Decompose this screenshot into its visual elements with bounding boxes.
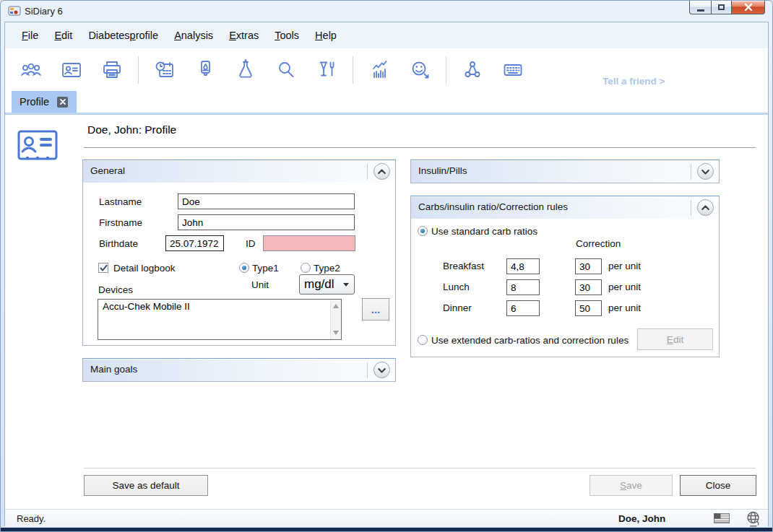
menu-bar: File Edit Diabetesprofile Analysis Extra…	[5, 22, 768, 48]
us-flag-icon[interactable]	[714, 513, 730, 523]
lunch-correction-input[interactable]	[575, 279, 602, 295]
menu-edit[interactable]: Edit	[46, 26, 80, 45]
edit-button[interactable]: Edit	[637, 328, 713, 350]
id-label: ID	[246, 238, 256, 249]
detail-logbook-checkbox[interactable]	[98, 263, 108, 273]
statistics-icon[interactable]	[368, 58, 391, 82]
id-input[interactable]	[263, 235, 355, 251]
lunch-per-unit-label: per unit	[608, 282, 641, 292]
menu-file[interactable]: File	[14, 26, 46, 45]
main-goals-panel-title: Main goals	[90, 364, 137, 375]
devices-more-button[interactable]: ...	[362, 298, 389, 320]
collapse-carbs-button[interactable]	[697, 199, 714, 216]
save-button[interactable]: Save	[590, 475, 673, 496]
devices-listbox[interactable]: Accu-Chek Mobile II	[98, 299, 342, 340]
type2-radio[interactable]	[301, 263, 311, 273]
calendar-clock-icon[interactable]	[153, 58, 176, 82]
device-list-item[interactable]: Accu-Chek Mobile II	[98, 300, 341, 313]
glucose-meter-icon[interactable]	[194, 58, 217, 82]
insulin-pills-panel: Insulin/Pills	[410, 160, 720, 183]
status-bar: Ready. Doe, John	[5, 509, 768, 527]
lastname-label: Lastname	[99, 196, 142, 207]
dinner-per-unit-label: per unit	[608, 302, 641, 313]
check-icon	[100, 264, 108, 272]
tab-profile[interactable]: Profile	[12, 91, 77, 113]
close-window-button[interactable]	[731, 1, 765, 14]
application-window: SiDiary 6 File Edit Diabetesprofile Anal…	[0, 0, 773, 532]
lunch-label: Lunch	[443, 282, 470, 292]
share-icon[interactable]	[461, 58, 484, 82]
breakfast-label: Breakfast	[443, 261, 484, 271]
lunch-ratio-input[interactable]	[506, 279, 540, 295]
globe-icon[interactable]	[745, 510, 761, 528]
tab-close-button[interactable]	[57, 97, 68, 108]
general-panel: General Lastname Firstname Birthdate ID …	[82, 160, 396, 346]
scroll-up-icon[interactable]	[333, 304, 339, 308]
type1-label: Type1	[252, 263, 279, 274]
footer-divider	[84, 468, 756, 468]
app-icon	[8, 5, 21, 17]
status-message: Ready.	[17, 513, 46, 524]
menu-help[interactable]: Help	[307, 26, 345, 45]
minimize-button[interactable]	[689, 1, 712, 14]
chevron-up-icon	[698, 200, 713, 216]
search-icon[interactable]	[275, 58, 298, 82]
carbs-ratio-panel: Carbs/insulin ratio/Correction rules Use…	[410, 196, 720, 357]
food-icon[interactable]	[315, 58, 338, 82]
dinner-ratio-input[interactable]	[506, 300, 540, 316]
keyboard-icon[interactable]	[501, 58, 524, 82]
menu-analysis[interactable]: Analysis	[166, 26, 221, 45]
unit-dropdown[interactable]: mg/dl	[299, 274, 355, 295]
extended-carb-ratios-radio[interactable]	[418, 335, 428, 345]
standard-carb-ratios-label: Use standard carb ratios	[431, 226, 537, 237]
expand-main-goals-button[interactable]	[373, 362, 390, 378]
firstname-input[interactable]	[178, 214, 355, 230]
page-title: Doe, John: Profile	[87, 123, 176, 136]
carbs-ratio-panel-title: Carbs/insulin ratio/Correction rules	[418, 201, 568, 212]
wellbeing-icon[interactable]	[408, 58, 431, 82]
window-controls	[690, 1, 765, 14]
unit-label: Unit	[251, 279, 269, 290]
heading-divider	[84, 147, 756, 148]
close-button[interactable]: Close	[680, 475, 756, 496]
expand-insulin-pills-button[interactable]	[697, 163, 714, 180]
detail-logbook-label: Detail logbook	[113, 263, 176, 274]
toolbar-separator	[138, 56, 139, 84]
standard-carb-ratios-radio[interactable]	[418, 226, 428, 236]
breakfast-correction-input[interactable]	[575, 258, 602, 274]
menu-extras[interactable]: Extras	[221, 26, 267, 45]
birthdate-input[interactable]	[165, 235, 224, 251]
dinner-correction-input[interactable]	[575, 300, 602, 316]
users-icon[interactable]	[20, 58, 43, 82]
lastname-input[interactable]	[178, 193, 355, 209]
type1-radio[interactable]	[239, 263, 249, 273]
chevron-up-icon	[374, 164, 389, 180]
collapse-general-button[interactable]	[373, 163, 390, 180]
lab-flask-icon[interactable]	[234, 58, 257, 82]
unit-value: mg/dl	[304, 277, 334, 292]
menu-diabetesprofile[interactable]: Diabetesprofile	[80, 26, 166, 45]
maximize-button[interactable]	[711, 1, 732, 14]
devices-scrollbar[interactable]	[330, 300, 341, 339]
devices-label: Devices	[98, 284, 133, 295]
save-as-default-button[interactable]: Save as default	[84, 475, 208, 496]
breakfast-per-unit-label: per unit	[608, 261, 641, 271]
header-separator	[367, 164, 368, 180]
extended-carb-ratios-label: Use extended carb-ratios and correction …	[431, 335, 629, 346]
tell-a-friend-link[interactable]: Tell a friend >	[603, 76, 665, 87]
chevron-down-icon	[698, 164, 713, 180]
chevron-down-icon	[374, 362, 389, 378]
scroll-down-icon[interactable]	[333, 331, 339, 335]
type2-label: Type2	[314, 263, 340, 274]
minimize-icon	[697, 9, 704, 12]
profile-page-icon	[17, 128, 59, 164]
correction-column-header: Correction	[576, 238, 621, 249]
insulin-pills-panel-title: Insulin/Pills	[418, 165, 467, 176]
tab-profile-label: Profile	[20, 96, 49, 108]
birthdate-label: Birthdate	[99, 238, 138, 249]
menu-tools[interactable]: Tools	[267, 26, 307, 45]
breakfast-ratio-input[interactable]	[506, 258, 540, 274]
printer-icon[interactable]	[100, 58, 124, 82]
header-separator	[367, 362, 368, 378]
profile-card-icon[interactable]	[60, 58, 83, 82]
